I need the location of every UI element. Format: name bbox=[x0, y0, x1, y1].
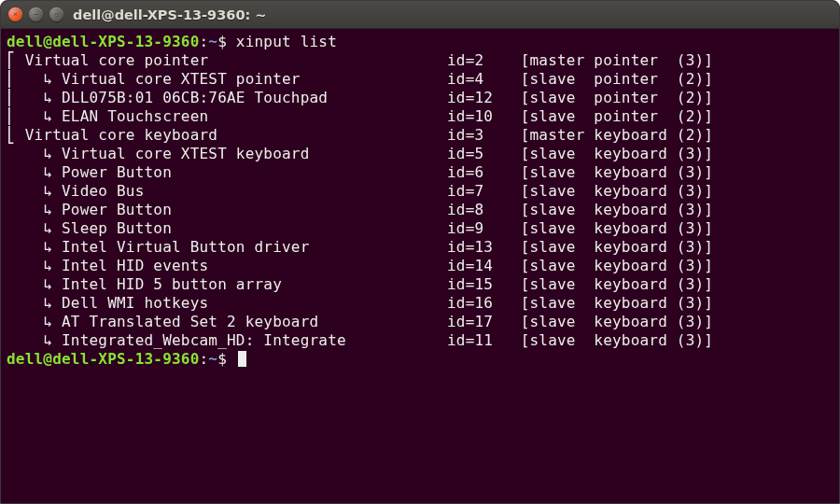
command-line: dell@dell-XPS-13-9360:~$ xinput list bbox=[7, 33, 833, 51]
prompt-dollar: $ bbox=[217, 33, 236, 50]
cursor bbox=[238, 351, 246, 367]
titlebar[interactable]: × − ▫ dell@dell-XPS-13-9360: ~ bbox=[1, 1, 839, 29]
minimize-button[interactable]: − bbox=[29, 7, 43, 21]
device-row: ↳ Dell WMI hotkeys id=16 [slave keyboard… bbox=[7, 294, 833, 313]
device-row: ↳ Virtual core XTEST keyboard id=5 [slav… bbox=[7, 145, 833, 163]
device-row: ⎜ ↳ Virtual core XTEST pointer id=4 [sla… bbox=[7, 70, 833, 89]
device-row: ⎜ ↳ ELAN Touchscreen id=10 [slave pointe… bbox=[7, 107, 833, 126]
prompt-sep: : bbox=[200, 350, 209, 368]
typed-command: xinput list bbox=[236, 33, 337, 50]
prompt-user-host: dell@dell-XPS-13-9360 bbox=[7, 350, 200, 368]
device-row: ⎣ Virtual core keyboard id=3 [master key… bbox=[7, 126, 833, 145]
prompt-sep: : bbox=[200, 33, 209, 50]
prompt-cwd: ~ bbox=[208, 33, 217, 50]
close-button[interactable]: × bbox=[8, 7, 22, 21]
window-buttons: × − ▫ bbox=[8, 7, 63, 21]
window-title: dell@dell-XPS-13-9360: ~ bbox=[73, 7, 266, 22]
device-row: ↳ AT Translated Set 2 keyboard id=17 [sl… bbox=[7, 313, 833, 331]
terminal-window: × − ▫ dell@dell-XPS-13-9360: ~ dell@dell… bbox=[0, 0, 840, 504]
device-row: ↳ Intel Virtual Button driver id=13 [sla… bbox=[7, 238, 833, 257]
device-row: ↳ Power Button id=8 [slave keyboard (3)] bbox=[7, 201, 833, 219]
device-row: ↳ Sleep Button id=9 [slave keyboard (3)] bbox=[7, 219, 833, 238]
prompt-line[interactable]: dell@dell-XPS-13-9360:~$ bbox=[7, 350, 833, 369]
device-row: ⎡ Virtual core pointer id=2 [master poin… bbox=[7, 51, 833, 70]
device-row: ↳ Video Bus id=7 [slave keyboard (3)] bbox=[7, 182, 833, 201]
prompt-dollar: $ bbox=[217, 350, 236, 368]
device-row: ↳ Integrated_Webcam_HD: Integrate id=11 … bbox=[7, 331, 833, 350]
maximize-button[interactable]: ▫ bbox=[49, 7, 63, 21]
device-row: ↳ Intel HID events id=14 [slave keyboard… bbox=[7, 257, 833, 275]
prompt-cwd: ~ bbox=[208, 350, 217, 368]
prompt-user-host: dell@dell-XPS-13-9360 bbox=[7, 33, 200, 50]
device-row: ↳ Intel HID 5 button array id=15 [slave … bbox=[7, 275, 833, 294]
device-row: ⎜ ↳ DLL075B:01 06CB:76AE Touchpad id=12 … bbox=[7, 89, 833, 107]
device-row: ↳ Power Button id=6 [slave keyboard (3)] bbox=[7, 163, 833, 182]
terminal-body[interactable]: dell@dell-XPS-13-9360:~$ xinput list⎡ Vi… bbox=[1, 29, 839, 503]
